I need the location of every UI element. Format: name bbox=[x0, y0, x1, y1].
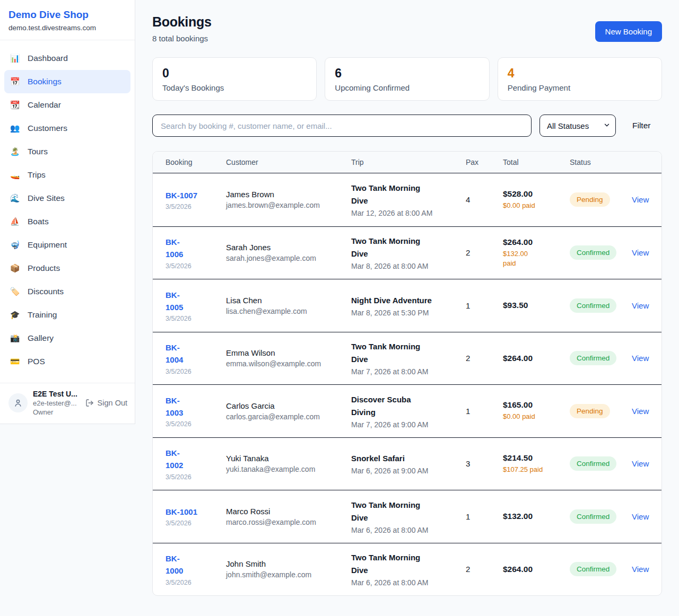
sidebar-item-label: Dive Sites bbox=[28, 193, 65, 203]
sidebar-item-label: Products bbox=[28, 263, 60, 273]
status-filter-select[interactable]: All Statuses bbox=[539, 115, 616, 137]
view-link[interactable]: View bbox=[632, 248, 649, 257]
trip-datetime: Mar 8, 2026 at 8:00 AM bbox=[351, 262, 466, 270]
customer-cell: Marco Rossi marco.rossi@example.com bbox=[226, 507, 351, 526]
booking-number-link[interactable]: BK-1001 bbox=[166, 506, 226, 518]
customer-email: sarah.jones@example.com bbox=[226, 254, 351, 262]
trip-datetime: Mar 8, 2026 at 5:30 PM bbox=[351, 309, 466, 317]
stat-value: 6 bbox=[335, 66, 479, 81]
wave-icon: 🌊 bbox=[10, 193, 20, 203]
sidebar-item-label: Gallery bbox=[28, 333, 54, 343]
table-row: BK-1002 3/5/2026 Yuki Tanaka yuki.tanaka… bbox=[153, 437, 661, 490]
booking-date: 3/5/2026 bbox=[166, 579, 226, 586]
sidebar-item-pos[interactable]: 💳 POS bbox=[4, 350, 130, 373]
total-amount: $264.00 bbox=[503, 354, 570, 363]
user-role: Owner bbox=[33, 408, 80, 416]
view-link[interactable]: View bbox=[632, 407, 649, 416]
booking-cell: BK-1000 3/5/2026 bbox=[166, 552, 226, 586]
trip-cell: Snorkel Safari Mar 6, 2026 at 9:00 AM bbox=[351, 452, 466, 475]
booking-number-link[interactable]: BK-1006 bbox=[166, 236, 188, 261]
customer-email: james.brown@example.com bbox=[226, 201, 351, 209]
customer-name: Marco Rossi bbox=[226, 507, 351, 516]
stat-card-upcoming-confirmed: 6 Upcoming Confirmed bbox=[325, 57, 489, 101]
view-link[interactable]: View bbox=[632, 301, 649, 310]
view-link[interactable]: View bbox=[632, 565, 649, 574]
customer-email: lisa.chen@example.com bbox=[226, 307, 351, 315]
total-amount: $93.50 bbox=[503, 301, 570, 310]
people-icon: 👥 bbox=[10, 124, 20, 133]
status-badge: Pending bbox=[570, 192, 610, 207]
sidebar-item-products[interactable]: 📦 Products bbox=[4, 257, 130, 280]
view-link[interactable]: View bbox=[632, 354, 649, 363]
trip-datetime: Mar 6, 2026 at 8:00 AM bbox=[351, 526, 466, 534]
sidebar-item-label: Customers bbox=[28, 124, 67, 133]
paid-amount: $132.00 paid bbox=[503, 249, 534, 268]
sidebar-item-bookings[interactable]: 📅 Bookings bbox=[4, 70, 130, 93]
pax-cell: 1 bbox=[466, 407, 503, 416]
trip-cell: Two Tank Morning Dive Mar 6, 2026 at 8:0… bbox=[351, 499, 466, 534]
stats-row: 0 Today's Bookings 6 Upcoming Confirmed … bbox=[152, 57, 662, 101]
stat-card-pending-payment: 4 Pending Payment bbox=[498, 57, 662, 101]
sidebar-item-discounts[interactable]: 🏷️ Discounts bbox=[4, 280, 130, 303]
total-amount: $165.00 bbox=[503, 400, 570, 410]
trip-name: Two Tank Morning Dive bbox=[351, 235, 423, 260]
customer-name: James Brown bbox=[226, 190, 351, 199]
sidebar-item-boats[interactable]: ⛵ Boats bbox=[4, 210, 130, 233]
sidebar-item-dashboard[interactable]: 📊 Dashboard bbox=[4, 47, 130, 70]
sidebar-item-label: Calendar bbox=[28, 100, 61, 110]
pax-cell: 1 bbox=[466, 301, 503, 310]
column-header-pax: Pax bbox=[466, 158, 503, 166]
customer-name: Lisa Chen bbox=[226, 296, 351, 305]
stat-label: Upcoming Confirmed bbox=[335, 83, 479, 92]
booking-number-link[interactable]: BK-1000 bbox=[166, 552, 188, 577]
sidebar-item-tours[interactable]: 🏝️ Tours bbox=[4, 140, 130, 163]
status-filter-wrap: All Statuses bbox=[539, 115, 616, 137]
total-cell: $264.00 bbox=[503, 565, 570, 574]
sailboat-icon: ⛵ bbox=[10, 217, 20, 226]
booking-cell: BK-1006 3/5/2026 bbox=[166, 236, 226, 270]
sidebar-item-trips[interactable]: 🚤 Trips bbox=[4, 163, 130, 187]
customer-cell: Emma Wilson emma.wilson@example.com bbox=[226, 348, 351, 368]
table-row: BK-1000 3/5/2026 John Smith john.smith@e… bbox=[153, 543, 661, 596]
search-input[interactable] bbox=[152, 115, 532, 137]
sidebar-item-equipment[interactable]: 🤿 Equipment bbox=[4, 233, 130, 257]
booking-date: 3/5/2026 bbox=[166, 262, 226, 270]
sidebar-item-gallery[interactable]: 📸 Gallery bbox=[4, 327, 130, 350]
sign-out-button[interactable]: Sign Out bbox=[85, 399, 127, 407]
booking-cell: BK-1005 3/5/2026 bbox=[166, 289, 226, 323]
booking-number-link[interactable]: BK-1003 bbox=[166, 394, 188, 419]
sidebar-item-label: Discounts bbox=[28, 287, 64, 296]
trip-cell: Two Tank Morning Dive Mar 7, 2026 at 8:0… bbox=[351, 340, 466, 376]
sidebar: Demo Dive Shop demo.test.divestreams.com… bbox=[0, 0, 135, 424]
booking-number-link[interactable]: BK-1007 bbox=[166, 189, 226, 201]
new-booking-button[interactable]: New Booking bbox=[595, 21, 662, 42]
calendar-icon: 📅 bbox=[10, 77, 20, 86]
total-cell: $528.00 $0.00 paid bbox=[503, 189, 570, 210]
customer-name: Sarah Jones bbox=[226, 243, 351, 252]
view-link[interactable]: View bbox=[632, 459, 649, 468]
booking-number-link[interactable]: BK-1005 bbox=[166, 289, 188, 314]
sidebar-item-training[interactable]: 🎓 Training bbox=[4, 303, 130, 327]
total-cell: $214.50 $107.25 paid bbox=[503, 453, 570, 474]
pax-cell: 4 bbox=[466, 195, 503, 204]
trip-name: Snorkel Safari bbox=[351, 452, 466, 465]
user-footer: E2E Test U... e2e-tester@... Owner Sign … bbox=[0, 383, 135, 424]
sidebar-item-calendar[interactable]: 📆 Calendar bbox=[4, 93, 130, 117]
total-cell: $264.00 bbox=[503, 354, 570, 363]
booking-cell: BK-1002 3/5/2026 bbox=[166, 447, 226, 481]
user-name: E2E Test U... bbox=[33, 390, 80, 398]
user-email: e2e-tester@... bbox=[33, 399, 80, 407]
view-link[interactable]: View bbox=[632, 195, 649, 204]
booking-number-link[interactable]: BK-1002 bbox=[166, 447, 188, 472]
booking-number-link[interactable]: BK-1004 bbox=[166, 341, 188, 366]
filter-button[interactable]: Filter bbox=[632, 121, 650, 130]
sidebar-item-customers[interactable]: 👥 Customers bbox=[4, 117, 130, 140]
sidebar-item-dive-sites[interactable]: 🌊 Dive Sites bbox=[4, 187, 130, 210]
table-row: BK-1001 3/5/2026 Marco Rossi marco.rossi… bbox=[153, 490, 661, 543]
view-link[interactable]: View bbox=[632, 512, 649, 521]
customer-name: Yuki Tanaka bbox=[226, 454, 351, 463]
customer-email: marco.rossi@example.com bbox=[226, 518, 351, 526]
booking-date: 3/5/2026 bbox=[166, 368, 226, 375]
total-cell: $132.00 bbox=[503, 512, 570, 521]
island-icon: 🏝️ bbox=[10, 147, 20, 156]
